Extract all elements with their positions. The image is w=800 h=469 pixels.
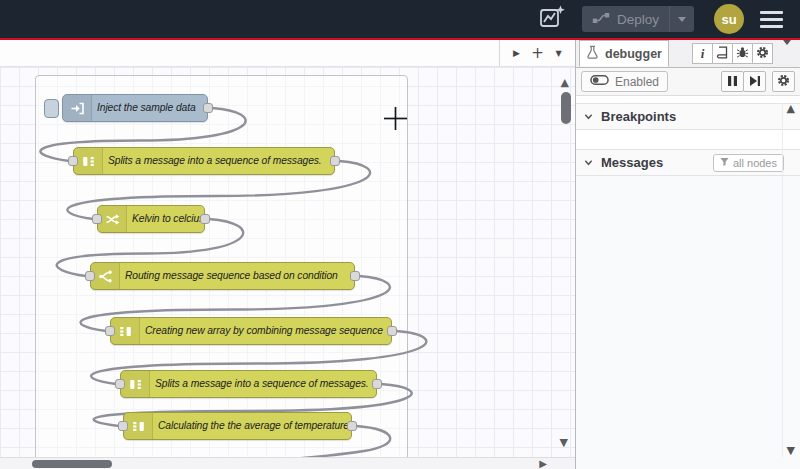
canvas-vertical-scrollbar-thumb[interactable] (561, 92, 571, 124)
node-input-port[interactable] (92, 214, 102, 224)
canvas-horizontal-scrollbar-thumb[interactable] (32, 460, 112, 468)
node-split1[interactable]: Splits a message into a sequence of mess… (73, 147, 335, 175)
sidebar-scroll-up-icon[interactable]: ▲ (787, 102, 795, 115)
messages-section-header[interactable]: Messages all nodes (576, 149, 800, 176)
toggle-icon (590, 74, 609, 89)
split-icon (74, 148, 103, 174)
chevron-down-icon (584, 112, 593, 121)
breakpoints-list (576, 130, 800, 149)
node-switch1[interactable]: Routing message sequence based on condit… (90, 262, 355, 290)
node-label: Calculating the the average of temperatu… (124, 413, 351, 439)
deploy-button[interactable]: Deploy (582, 6, 694, 32)
avatar-initials: su (721, 12, 736, 27)
node-output-port[interactable] (200, 214, 210, 224)
book-icon (716, 45, 729, 63)
split-icon (121, 371, 150, 397)
info-icon: i (701, 46, 705, 62)
chevron-down-icon (783, 40, 791, 62)
sidebar-scroll-down-icon[interactable]: ▼ (787, 444, 795, 457)
node-output-port[interactable] (387, 326, 397, 336)
deploy-wire-icon (592, 12, 610, 27)
inject-trigger-button[interactable] (44, 99, 59, 118)
node-input-port[interactable] (85, 271, 95, 281)
add-flow-button[interactable]: + (527, 43, 548, 64)
node-change1[interactable]: Kelvin to celcius (97, 205, 205, 233)
debugger-settings-button[interactable] (772, 71, 795, 92)
chevron-down-icon (584, 158, 593, 167)
filter-icon (720, 157, 729, 169)
breakpoints-title: Breakpoints (601, 109, 676, 124)
sidebar-tabs-menu-button[interactable] (783, 45, 791, 63)
tab-config-nodes-button[interactable] (752, 43, 773, 64)
messages-list (576, 176, 800, 469)
join-icon (111, 318, 140, 344)
node-input-port[interactable] (118, 421, 128, 431)
sidebar: debugger i (575, 40, 800, 469)
pause-icon (727, 73, 738, 91)
gear-icon (756, 45, 769, 63)
tab-debugger-label: debugger (605, 47, 662, 61)
node-output-port[interactable] (330, 156, 340, 166)
canvas-scroll-up-icon[interactable]: ▲ (561, 76, 569, 89)
join-icon (124, 413, 153, 439)
node-input-port[interactable] (115, 379, 125, 389)
deploy-options-caret[interactable] (669, 6, 694, 32)
bug-icon (736, 45, 749, 63)
debugger-enabled-toggle[interactable]: Enabled (581, 71, 668, 92)
node-join1[interactable]: Creating new array by combining message … (110, 317, 392, 345)
node-input-port[interactable] (68, 156, 78, 166)
node-output-port[interactable] (347, 421, 357, 431)
chevron-down-icon (678, 17, 686, 22)
user-avatar[interactable]: su (714, 4, 744, 34)
scroll-tabs-right-button[interactable]: ▶ (506, 43, 527, 64)
node-input-port[interactable] (105, 326, 115, 336)
node-label: Splits a message into a sequence of mess… (121, 371, 376, 397)
tab-help-button[interactable] (712, 43, 733, 64)
breakpoints-section-header[interactable]: Breakpoints (576, 103, 800, 130)
node-label: Routing message sequence based on condit… (91, 263, 354, 289)
canvas-scroll-down-icon[interactable]: ▼ (560, 436, 568, 449)
workspace-column: ▶ + ▼ Inject the sample dataSplits a mes… (0, 40, 575, 469)
main-menu-button[interactable] (760, 8, 783, 31)
gear-icon (777, 73, 790, 91)
flows-assistant-button[interactable] (538, 4, 568, 34)
step-button[interactable] (743, 71, 766, 92)
tab-info-button[interactable]: i (692, 43, 713, 64)
canvas-scroll-right-icon[interactable]: ▶ (539, 458, 547, 469)
node-output-port[interactable] (203, 103, 213, 113)
flow-sparkle-icon (539, 4, 566, 35)
messages-title: Messages (601, 155, 663, 170)
header-bar: Deploy su (0, 0, 800, 38)
messages-filter-label: all nodes (733, 157, 777, 169)
canvas-horizontal-scrollbar[interactable]: ▶ (0, 457, 575, 469)
flow-list-button[interactable]: ▼ (548, 43, 569, 64)
fork-icon (91, 263, 120, 289)
step-icon (749, 73, 761, 91)
node-red-editor: Deploy su ▶ + ▼ Inject the sample dataSp… (0, 0, 800, 469)
node-split2[interactable]: Splits a message into a sequence of mess… (120, 370, 377, 398)
flow-tab-bar: ▶ + ▼ (0, 40, 575, 67)
inject-arrow-icon (63, 95, 92, 121)
tab-debugger[interactable]: debugger (579, 40, 669, 67)
node-output-port[interactable] (372, 379, 382, 389)
deploy-label: Deploy (617, 12, 659, 27)
pause-button[interactable] (721, 71, 744, 92)
node-inject[interactable]: Inject the sample data (62, 94, 208, 122)
tab-debug-messages-button[interactable] (732, 43, 753, 64)
hamburger-icon (760, 11, 783, 14)
flask-icon (586, 45, 599, 62)
shuffle-icon (98, 206, 127, 232)
enabled-label: Enabled (615, 75, 659, 89)
flow-canvas[interactable]: Inject the sample dataSplits a message i… (0, 67, 575, 457)
node-join2[interactable]: Calculating the the average of temperatu… (123, 412, 352, 440)
node-label: Splits a message into a sequence of mess… (74, 148, 334, 174)
node-label: Creating new array by combining message … (111, 318, 391, 344)
messages-filter-button[interactable]: all nodes (713, 154, 784, 172)
sidebar-tab-bar: debugger i (576, 40, 800, 68)
node-output-port[interactable] (350, 271, 360, 281)
debugger-toolbar: Enabled (576, 68, 800, 96)
